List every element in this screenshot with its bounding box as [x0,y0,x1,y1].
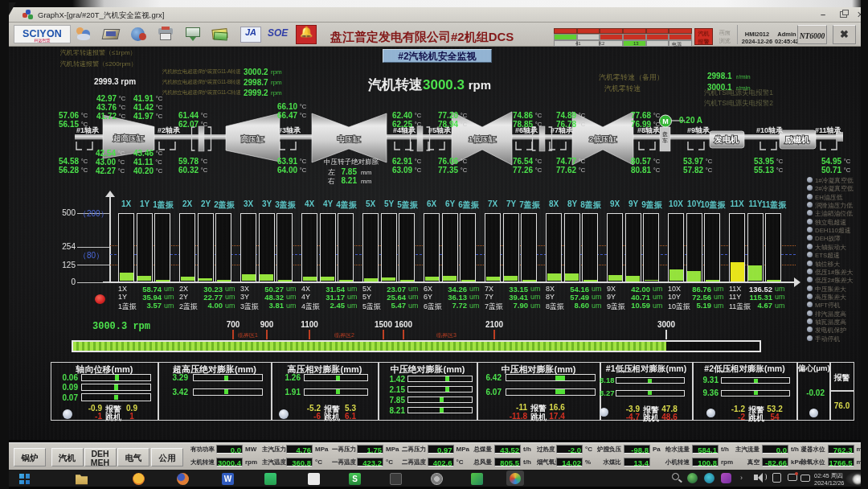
svg-text:高压缸: 高压缸 [241,134,264,143]
svg-text:超高压缸: 超高压缸 [113,134,145,142]
svg-text:M: M [662,117,669,125]
svg-text:励磁机: 励磁机 [784,135,810,144]
svg-text:车: 车 [662,138,668,143]
svg-text:中压缸: 中压缸 [338,134,361,143]
svg-text:发电机: 发电机 [714,135,739,144]
svg-text:2低压缸: 2低压缸 [589,134,616,143]
svg-text:盘: 盘 [662,131,668,137]
svg-text:1低压缸: 1低压缸 [469,134,496,143]
